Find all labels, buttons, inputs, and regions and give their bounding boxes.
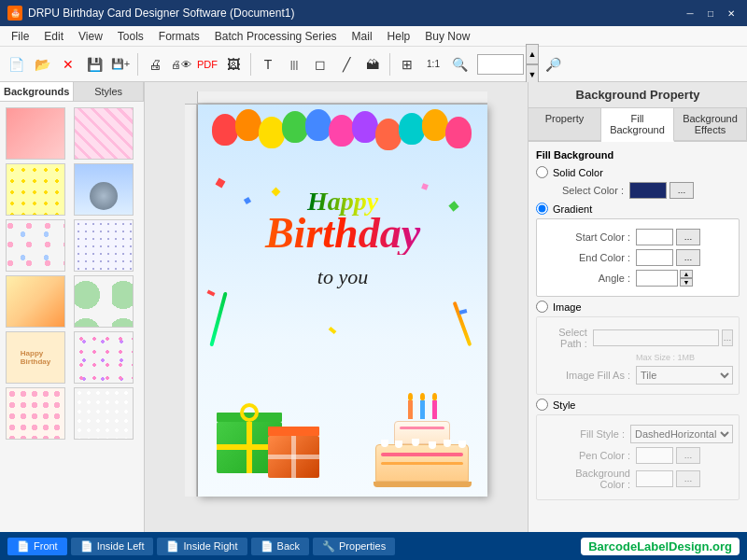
zoom-input[interactable]: 150% xyxy=(477,54,524,75)
menu-edit[interactable]: Edit xyxy=(36,28,71,45)
image-label[interactable]: Image xyxy=(553,301,582,313)
main-layout: Backgrounds Styles HappyBirthday xyxy=(0,82,747,532)
start-color-browse[interactable]: … xyxy=(676,229,700,245)
menu-batch[interactable]: Batch Processing Series xyxy=(207,28,345,45)
radio-solid[interactable] xyxy=(536,166,548,178)
pen-color-browse: … xyxy=(676,447,700,464)
tab-inside-right[interactable]: 📄 Inside Right xyxy=(157,538,247,555)
bg-thumb-5[interactable] xyxy=(6,219,65,272)
tab-back[interactable]: 📄 Back xyxy=(251,538,309,555)
image-icon[interactable]: 🖼 xyxy=(221,52,246,77)
rp-tab-background-effects[interactable]: Background Effects xyxy=(674,108,747,140)
bg-thumb-2[interactable] xyxy=(74,107,134,160)
zoom-up-arrow[interactable]: ▲ xyxy=(526,44,539,64)
zoom-out-icon[interactable]: 🔎 xyxy=(541,52,565,77)
radio-style[interactable] xyxy=(536,399,548,411)
pen-color-row: Pen Color : … xyxy=(543,447,733,464)
tab-properties[interactable]: 🔧 Properties xyxy=(313,538,395,555)
bg-thumb-8[interactable] xyxy=(74,275,134,328)
solid-color-swatch[interactable] xyxy=(629,182,667,199)
canvas-area: /* ruler ticks drawn in canvas SVG */ xyxy=(145,82,528,532)
max-size-text: Max Size : 1MB xyxy=(636,353,733,362)
new-icon[interactable]: 📄 xyxy=(4,52,28,77)
solid-color-browse[interactable]: … xyxy=(669,182,694,199)
radio-gradient[interactable] xyxy=(536,203,548,215)
back-icon: 📄 xyxy=(261,540,274,553)
title-bar: 🎂 DRPU Birthday Card Designer Software (… xyxy=(0,0,747,26)
end-color-browse[interactable]: … xyxy=(676,249,700,266)
image-fill-label: Image Fill As : xyxy=(556,370,630,381)
style-section: Fill Style : DashedHorizontal Pen Color … xyxy=(536,414,740,500)
print-icon[interactable]: 🖨 xyxy=(143,52,167,77)
angle-input[interactable]: 359 xyxy=(636,270,678,287)
status-bar: 📄 Front 📄 Inside Left 📄 Inside Right 📄 B… xyxy=(0,532,747,560)
bg-thumb-3[interactable] xyxy=(6,163,65,216)
menu-file[interactable]: File xyxy=(4,28,36,45)
pdf-icon[interactable]: PDF xyxy=(195,52,219,77)
start-color-swatch[interactable] xyxy=(636,229,673,245)
menu-buynow[interactable]: Buy Now xyxy=(417,28,477,45)
bg-thumb-9[interactable]: HappyBirthday xyxy=(6,331,65,384)
tab-inside-right-label: Inside Right xyxy=(183,540,237,552)
path-input xyxy=(593,329,719,346)
open-icon[interactable]: 📂 xyxy=(30,52,54,77)
rp-tab-property[interactable]: Property xyxy=(529,108,601,140)
end-color-label: End Color : xyxy=(556,252,630,263)
barcode-icon[interactable]: ||| xyxy=(282,52,306,77)
bg-thumb-7[interactable] xyxy=(6,275,65,328)
rp-tab-fill-background[interactable]: Fill Background xyxy=(601,108,674,142)
solid-color-label[interactable]: Solid Color xyxy=(553,167,603,178)
table-icon[interactable]: ⊞ xyxy=(395,52,419,77)
card-canvas[interactable]: Happy Birthday to you xyxy=(198,105,487,497)
zoom-fit-icon[interactable]: 1:1 xyxy=(421,52,445,77)
picture-icon[interactable]: 🏔 xyxy=(360,52,385,77)
canvas-with-ruler: /* ruler ticks drawn in canvas SVG */ xyxy=(185,91,487,497)
menu-formats[interactable]: Formats xyxy=(151,28,207,45)
shapes-icon[interactable]: ◻ xyxy=(308,52,332,77)
gradient-label[interactable]: Gradient xyxy=(553,203,592,215)
tab-inside-left-label: Inside Left xyxy=(97,540,145,552)
brand-label: BarcodeLabelDesign.org xyxy=(581,538,740,555)
zoom-in-icon[interactable]: 🔍 xyxy=(447,52,472,77)
tab-backgrounds[interactable]: Backgrounds xyxy=(0,82,74,101)
text-icon[interactable]: T xyxy=(256,52,280,77)
radio-image[interactable] xyxy=(536,301,548,313)
bg-thumb-11[interactable] xyxy=(6,387,65,440)
bg-thumb-1[interactable] xyxy=(6,107,65,160)
tab-front[interactable]: 📄 Front xyxy=(7,538,67,555)
angle-up[interactable]: ▲ xyxy=(680,270,693,278)
line-icon[interactable]: ╱ xyxy=(334,52,359,77)
background-grid: HappyBirthday xyxy=(0,102,144,445)
close-button[interactable]: ✕ xyxy=(723,5,740,21)
print-preview-icon[interactable]: 🖨👁 xyxy=(169,52,193,77)
menu-view[interactable]: View xyxy=(71,28,110,45)
bg-thumb-6[interactable] xyxy=(74,219,134,272)
birthday-cake xyxy=(375,400,469,487)
menu-tools[interactable]: Tools xyxy=(110,28,151,45)
brand-text: BarcodeLabelDesign.org xyxy=(588,539,732,553)
minimize-button[interactable]: ─ xyxy=(682,5,698,21)
style-row: Style xyxy=(536,399,740,411)
front-icon: 📄 xyxy=(17,540,30,553)
tab-inside-left[interactable]: 📄 Inside Left xyxy=(71,538,154,555)
close-file-icon[interactable]: ✕ xyxy=(56,52,80,77)
menu-mail[interactable]: Mail xyxy=(345,28,380,45)
save-as-icon[interactable]: 💾+ xyxy=(108,52,133,77)
title-bar-title: DRPU Birthday Card Designer Software (Do… xyxy=(28,7,294,20)
bg-color-label: Background Color : xyxy=(556,468,630,490)
inside-left-icon: 📄 xyxy=(80,540,93,553)
bg-thumb-12[interactable] xyxy=(74,387,134,440)
save-icon[interactable]: 💾 xyxy=(82,52,106,77)
tab-styles[interactable]: Styles xyxy=(74,82,144,101)
start-color-row: Start Color : … xyxy=(543,229,733,245)
menu-help[interactable]: Help xyxy=(380,28,418,45)
style-label[interactable]: Style xyxy=(553,399,575,411)
end-color-swatch[interactable] xyxy=(636,249,673,266)
app-icon: 🎂 xyxy=(7,6,22,21)
bg-thumb-10[interactable] xyxy=(74,331,134,384)
bg-thumb-4[interactable] xyxy=(74,163,134,216)
angle-down[interactable]: ▼ xyxy=(680,278,693,287)
maximize-button[interactable]: □ xyxy=(702,5,719,21)
fill-style-select: DashedHorizontal xyxy=(630,425,733,443)
left-panel: Backgrounds Styles HappyBirthday xyxy=(0,82,145,532)
